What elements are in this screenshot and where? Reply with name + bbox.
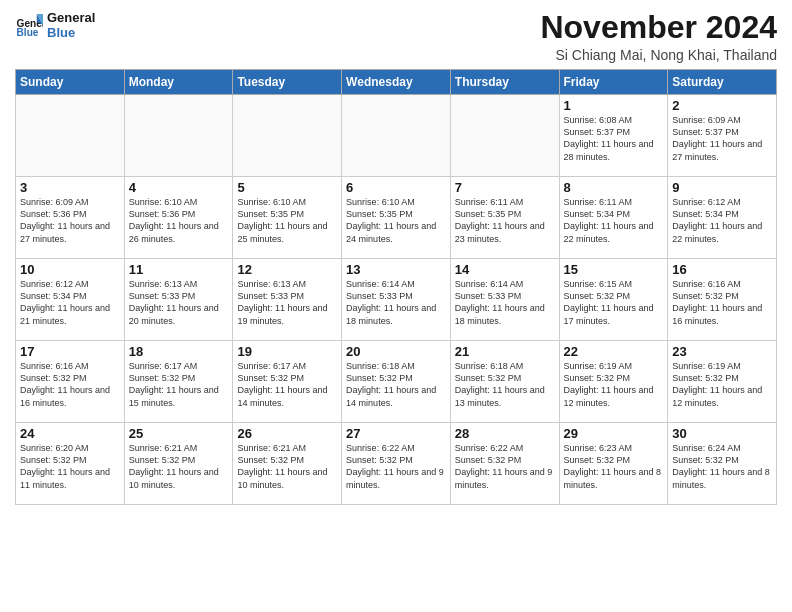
day-detail: Sunrise: 6:10 AM Sunset: 5:35 PM Dayligh… xyxy=(346,196,446,245)
week-row-2: 10Sunrise: 6:12 AM Sunset: 5:34 PM Dayli… xyxy=(16,259,777,341)
calendar-cell-w2-d1: 11Sunrise: 6:13 AM Sunset: 5:33 PM Dayli… xyxy=(124,259,233,341)
day-number: 19 xyxy=(237,344,337,359)
calendar-cell-w3-d4: 21Sunrise: 6:18 AM Sunset: 5:32 PM Dayli… xyxy=(450,341,559,423)
calendar-cell-w0-d5: 1Sunrise: 6:08 AM Sunset: 5:37 PM Daylig… xyxy=(559,95,668,177)
day-number: 22 xyxy=(564,344,664,359)
month-title: November 2024 xyxy=(540,10,777,45)
day-detail: Sunrise: 6:16 AM Sunset: 5:32 PM Dayligh… xyxy=(20,360,120,409)
col-thursday: Thursday xyxy=(450,70,559,95)
day-number: 29 xyxy=(564,426,664,441)
day-number: 14 xyxy=(455,262,555,277)
day-detail: Sunrise: 6:18 AM Sunset: 5:32 PM Dayligh… xyxy=(455,360,555,409)
week-row-1: 3Sunrise: 6:09 AM Sunset: 5:36 PM Daylig… xyxy=(16,177,777,259)
day-detail: Sunrise: 6:11 AM Sunset: 5:34 PM Dayligh… xyxy=(564,196,664,245)
calendar: Sunday Monday Tuesday Wednesday Thursday… xyxy=(15,69,777,505)
day-number: 10 xyxy=(20,262,120,277)
day-number: 18 xyxy=(129,344,229,359)
day-detail: Sunrise: 6:16 AM Sunset: 5:32 PM Dayligh… xyxy=(672,278,772,327)
day-detail: Sunrise: 6:22 AM Sunset: 5:32 PM Dayligh… xyxy=(455,442,555,491)
day-detail: Sunrise: 6:23 AM Sunset: 5:32 PM Dayligh… xyxy=(564,442,664,491)
day-detail: Sunrise: 6:17 AM Sunset: 5:32 PM Dayligh… xyxy=(237,360,337,409)
day-detail: Sunrise: 6:14 AM Sunset: 5:33 PM Dayligh… xyxy=(455,278,555,327)
calendar-cell-w1-d2: 5Sunrise: 6:10 AM Sunset: 5:35 PM Daylig… xyxy=(233,177,342,259)
calendar-cell-w2-d3: 13Sunrise: 6:14 AM Sunset: 5:33 PM Dayli… xyxy=(342,259,451,341)
calendar-cell-w2-d4: 14Sunrise: 6:14 AM Sunset: 5:33 PM Dayli… xyxy=(450,259,559,341)
day-number: 20 xyxy=(346,344,446,359)
day-detail: Sunrise: 6:18 AM Sunset: 5:32 PM Dayligh… xyxy=(346,360,446,409)
day-detail: Sunrise: 6:24 AM Sunset: 5:32 PM Dayligh… xyxy=(672,442,772,491)
calendar-cell-w0-d3 xyxy=(342,95,451,177)
calendar-cell-w0-d0 xyxy=(16,95,125,177)
logo: General Blue General Blue xyxy=(15,10,95,40)
week-row-0: 1Sunrise: 6:08 AM Sunset: 5:37 PM Daylig… xyxy=(16,95,777,177)
day-detail: Sunrise: 6:13 AM Sunset: 5:33 PM Dayligh… xyxy=(129,278,229,327)
col-monday: Monday xyxy=(124,70,233,95)
calendar-cell-w0-d1 xyxy=(124,95,233,177)
calendar-cell-w3-d0: 17Sunrise: 6:16 AM Sunset: 5:32 PM Dayli… xyxy=(16,341,125,423)
calendar-cell-w0-d2 xyxy=(233,95,342,177)
svg-text:Blue: Blue xyxy=(17,27,39,38)
week-row-4: 24Sunrise: 6:20 AM Sunset: 5:32 PM Dayli… xyxy=(16,423,777,505)
day-number: 9 xyxy=(672,180,772,195)
calendar-cell-w4-d1: 25Sunrise: 6:21 AM Sunset: 5:32 PM Dayli… xyxy=(124,423,233,505)
calendar-cell-w4-d4: 28Sunrise: 6:22 AM Sunset: 5:32 PM Dayli… xyxy=(450,423,559,505)
day-detail: Sunrise: 6:17 AM Sunset: 5:32 PM Dayligh… xyxy=(129,360,229,409)
day-number: 8 xyxy=(564,180,664,195)
col-tuesday: Tuesday xyxy=(233,70,342,95)
col-friday: Friday xyxy=(559,70,668,95)
logo-general: General xyxy=(47,10,95,25)
calendar-cell-w4-d6: 30Sunrise: 6:24 AM Sunset: 5:32 PM Dayli… xyxy=(668,423,777,505)
day-number: 3 xyxy=(20,180,120,195)
day-number: 6 xyxy=(346,180,446,195)
col-sunday: Sunday xyxy=(16,70,125,95)
day-detail: Sunrise: 6:19 AM Sunset: 5:32 PM Dayligh… xyxy=(672,360,772,409)
calendar-cell-w1-d5: 8Sunrise: 6:11 AM Sunset: 5:34 PM Daylig… xyxy=(559,177,668,259)
day-detail: Sunrise: 6:10 AM Sunset: 5:36 PM Dayligh… xyxy=(129,196,229,245)
day-number: 26 xyxy=(237,426,337,441)
day-detail: Sunrise: 6:22 AM Sunset: 5:32 PM Dayligh… xyxy=(346,442,446,491)
calendar-cell-w3-d1: 18Sunrise: 6:17 AM Sunset: 5:32 PM Dayli… xyxy=(124,341,233,423)
day-detail: Sunrise: 6:10 AM Sunset: 5:35 PM Dayligh… xyxy=(237,196,337,245)
calendar-cell-w2-d2: 12Sunrise: 6:13 AM Sunset: 5:33 PM Dayli… xyxy=(233,259,342,341)
day-detail: Sunrise: 6:13 AM Sunset: 5:33 PM Dayligh… xyxy=(237,278,337,327)
day-number: 5 xyxy=(237,180,337,195)
calendar-cell-w2-d6: 16Sunrise: 6:16 AM Sunset: 5:32 PM Dayli… xyxy=(668,259,777,341)
calendar-cell-w2-d0: 10Sunrise: 6:12 AM Sunset: 5:34 PM Dayli… xyxy=(16,259,125,341)
col-wednesday: Wednesday xyxy=(342,70,451,95)
calendar-cell-w4-d2: 26Sunrise: 6:21 AM Sunset: 5:32 PM Dayli… xyxy=(233,423,342,505)
day-detail: Sunrise: 6:14 AM Sunset: 5:33 PM Dayligh… xyxy=(346,278,446,327)
calendar-cell-w0-d6: 2Sunrise: 6:09 AM Sunset: 5:37 PM Daylig… xyxy=(668,95,777,177)
calendar-cell-w4-d3: 27Sunrise: 6:22 AM Sunset: 5:32 PM Dayli… xyxy=(342,423,451,505)
day-number: 24 xyxy=(20,426,120,441)
logo-blue: Blue xyxy=(47,25,95,40)
day-detail: Sunrise: 6:12 AM Sunset: 5:34 PM Dayligh… xyxy=(20,278,120,327)
day-number: 7 xyxy=(455,180,555,195)
day-number: 23 xyxy=(672,344,772,359)
calendar-cell-w3-d2: 19Sunrise: 6:17 AM Sunset: 5:32 PM Dayli… xyxy=(233,341,342,423)
calendar-cell-w1-d1: 4Sunrise: 6:10 AM Sunset: 5:36 PM Daylig… xyxy=(124,177,233,259)
day-number: 21 xyxy=(455,344,555,359)
header: General Blue General Blue November 2024 … xyxy=(15,10,777,63)
day-detail: Sunrise: 6:12 AM Sunset: 5:34 PM Dayligh… xyxy=(672,196,772,245)
day-number: 11 xyxy=(129,262,229,277)
title-area: November 2024 Si Chiang Mai, Nong Khai, … xyxy=(540,10,777,63)
day-number: 27 xyxy=(346,426,446,441)
calendar-cell-w1-d4: 7Sunrise: 6:11 AM Sunset: 5:35 PM Daylig… xyxy=(450,177,559,259)
day-number: 28 xyxy=(455,426,555,441)
day-detail: Sunrise: 6:08 AM Sunset: 5:37 PM Dayligh… xyxy=(564,114,664,163)
day-number: 16 xyxy=(672,262,772,277)
calendar-header-row: Sunday Monday Tuesday Wednesday Thursday… xyxy=(16,70,777,95)
logo-icon: General Blue xyxy=(15,11,43,39)
calendar-cell-w1-d3: 6Sunrise: 6:10 AM Sunset: 5:35 PM Daylig… xyxy=(342,177,451,259)
calendar-cell-w2-d5: 15Sunrise: 6:15 AM Sunset: 5:32 PM Dayli… xyxy=(559,259,668,341)
day-detail: Sunrise: 6:09 AM Sunset: 5:36 PM Dayligh… xyxy=(20,196,120,245)
calendar-cell-w3-d3: 20Sunrise: 6:18 AM Sunset: 5:32 PM Dayli… xyxy=(342,341,451,423)
day-detail: Sunrise: 6:19 AM Sunset: 5:32 PM Dayligh… xyxy=(564,360,664,409)
day-number: 12 xyxy=(237,262,337,277)
week-row-3: 17Sunrise: 6:16 AM Sunset: 5:32 PM Dayli… xyxy=(16,341,777,423)
day-detail: Sunrise: 6:21 AM Sunset: 5:32 PM Dayligh… xyxy=(129,442,229,491)
day-detail: Sunrise: 6:11 AM Sunset: 5:35 PM Dayligh… xyxy=(455,196,555,245)
day-number: 15 xyxy=(564,262,664,277)
day-number: 17 xyxy=(20,344,120,359)
day-detail: Sunrise: 6:09 AM Sunset: 5:37 PM Dayligh… xyxy=(672,114,772,163)
